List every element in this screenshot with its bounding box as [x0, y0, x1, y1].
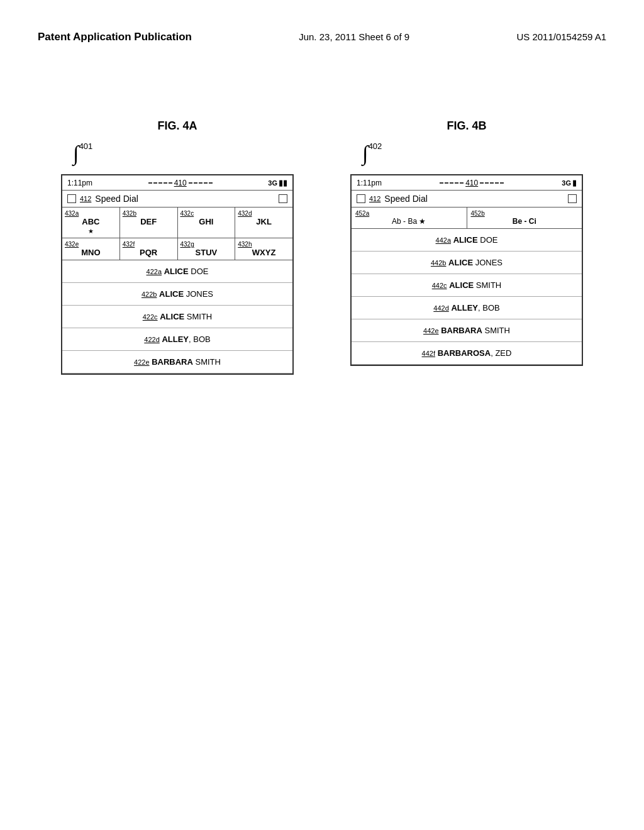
contact-ref-422c: 422c	[143, 313, 158, 321]
fig-4b-arrow: ∫	[362, 141, 368, 165]
contact-ref-422e: 422e	[134, 358, 149, 366]
alpha-tab-mno[interactable]: 432e MNO	[62, 238, 120, 260]
phone-mockup-4a: 1:11pm 410	[61, 174, 294, 375]
fig-4b-ref: 402	[369, 141, 382, 151]
figure-4a: FIG. 4A ∫ 401 1:11pm 410	[58, 119, 297, 375]
speed-dial-ref-4a: 412	[80, 195, 91, 202]
contact-row-442d[interactable]: 442d ALLEY, BOB	[352, 297, 582, 319]
signal-dashes-4b	[440, 182, 464, 184]
contact-row-442f[interactable]: 442f BARBAROSA, ZED	[352, 342, 582, 365]
dash6	[189, 182, 192, 184]
alpha-tab-wxyz[interactable]: 432h WXYZ	[235, 238, 292, 260]
battery-4a: ▮▮	[279, 178, 287, 187]
range-tab-ab-ba[interactable]: 452a Ab - Ba ★	[352, 208, 467, 228]
status-center-4a: 410	[148, 179, 213, 187]
range-ref-452a: 452a	[355, 210, 463, 217]
contact-row-422d[interactable]: 422d ALLEY, BOB	[62, 328, 292, 351]
contact-name-422b: ALICE JONES	[159, 289, 213, 299]
dash8	[199, 182, 203, 184]
tab-letters-wxyz: WXYZ	[238, 248, 290, 257]
tab-ref-432b: 432b	[123, 210, 175, 217]
dash9	[204, 182, 208, 184]
patent-number: US 2011/0154259 A1	[516, 30, 606, 42]
time-4a: 1:11pm	[67, 179, 92, 187]
alpha-tab-pqr[interactable]: 432f PQR	[120, 238, 178, 260]
status-ref-4a: 410	[174, 179, 187, 187]
signal-dashes2-4b	[480, 182, 504, 184]
contact-row-422b[interactable]: 422b ALICE JONES	[62, 283, 292, 306]
contact-row-422e[interactable]: 422e BARBARA SMITH	[62, 351, 292, 374]
signal-dashes2-4a	[189, 182, 213, 184]
dash10	[209, 182, 213, 184]
sheet-info: Jun. 23, 2011 Sheet 6 of 9	[299, 30, 409, 42]
range-label-452a: Ab - Ba	[392, 217, 419, 226]
tab-ref-432d: 432d	[238, 210, 290, 217]
contact-row-442b[interactable]: 442b ALICE JONES	[352, 252, 582, 274]
alpha-tabs-row2-4a: 432e MNO 432f PQR 432g STUV 432h WXYZ	[62, 238, 292, 260]
fig-4a-ref: 401	[79, 141, 93, 151]
phone-mockup-4b: 1:11pm 410	[350, 174, 583, 366]
contact-name-422c: ALICE SMITH	[160, 312, 212, 321]
contact-row-442e[interactable]: 442e BARBARA SMITH	[352, 319, 582, 342]
range-tabs-4b: 452a Ab - Ba ★ 452b Be - Ci	[352, 208, 582, 229]
speed-dial-label-4a: Speed Dial	[95, 194, 138, 204]
tab-ref-432a: 432a	[65, 210, 117, 217]
star-452a: ★	[419, 217, 426, 226]
status-center-4b: 410	[440, 179, 504, 187]
tab-letters-pqr: PQR	[123, 248, 175, 257]
dash2	[153, 182, 157, 184]
contact-name-422d: ALLEY, BOB	[162, 335, 210, 344]
alpha-tab-abc[interactable]: 432a ABC ★	[62, 208, 120, 238]
status-right-4a: 3G ▮▮	[268, 178, 287, 187]
status-ref-4b: 410	[465, 179, 478, 187]
contact-name-422e: BARBARA SMITH	[152, 357, 221, 367]
figures-container: FIG. 4A ∫ 401 1:11pm 410	[0, 119, 644, 375]
figure-4b: FIG. 4B ∫ 402 1:11pm 410	[347, 119, 586, 375]
checkbox-4b	[357, 194, 365, 203]
page-header: Patent Application Publication Jun. 23, …	[0, 0, 644, 44]
dash3	[158, 182, 162, 184]
checkbox2-4a	[279, 194, 287, 203]
alpha-tab-jkl[interactable]: 432d JKL	[235, 208, 292, 238]
speed-dial-ref-4b: 412	[369, 195, 380, 202]
dash4	[164, 182, 167, 184]
alpha-tab-stuv[interactable]: 432g STUV	[178, 238, 236, 260]
tab-letters-def: DEF	[123, 217, 175, 226]
range-tab-be-ci[interactable]: 452b Be - Ci	[467, 208, 582, 228]
contact-ref-442e: 442e	[423, 327, 438, 335]
fig-4a-label: FIG. 4A	[157, 119, 197, 133]
tab-letters-jkl: JKL	[238, 217, 290, 226]
contact-ref-442b: 442b	[431, 259, 446, 267]
signal-dashes-4a	[148, 182, 172, 184]
speed-dial-header-4b: 412 Speed Dial	[352, 191, 582, 208]
contact-name-442c: ALICE SMITH	[449, 280, 501, 290]
battery-4b: ▮	[572, 178, 577, 187]
status-right-4b: 3G ▮	[562, 178, 577, 187]
status-bar-4b: 1:11pm 410	[352, 175, 582, 191]
range-ref-452b: 452b	[471, 210, 579, 217]
tab-letters-mno: MNO	[65, 248, 117, 257]
dash1	[148, 182, 152, 184]
speed-dial-header-4a: 412 Speed Dial	[62, 191, 292, 208]
contact-row-422a[interactable]: 422a ALICE DOE	[62, 260, 292, 283]
contact-ref-442f: 442f	[422, 350, 435, 357]
tab-letters-ghi: GHI	[180, 217, 233, 226]
network-4a: 3G	[268, 179, 277, 187]
checkbox2-4b	[568, 194, 577, 203]
contact-row-442c[interactable]: 442c ALICE SMITH	[352, 274, 582, 297]
contact-row-442a[interactable]: 442a ALICE DOE	[352, 229, 582, 252]
contact-ref-422d: 422d	[144, 336, 159, 343]
contact-ref-422b: 422b	[142, 290, 157, 298]
contact-name-442a: ALICE DOE	[453, 235, 498, 245]
network-4b: 3G	[562, 179, 571, 187]
alpha-tab-def[interactable]: 432b DEF	[120, 208, 178, 238]
tab-ref-432g: 432g	[180, 241, 233, 248]
tab-letters-abc: ABC	[65, 217, 117, 226]
contact-row-422c[interactable]: 422c ALICE SMITH	[62, 306, 292, 328]
publication-title: Patent Application Publication	[38, 30, 192, 44]
time-4b: 1:11pm	[357, 179, 382, 187]
contact-ref-442a: 442a	[436, 236, 451, 244]
status-bar-4a: 1:11pm 410	[62, 175, 292, 191]
alpha-tab-ghi[interactable]: 432c GHI	[178, 208, 236, 238]
range-label-452b: Be - Ci	[513, 217, 536, 226]
